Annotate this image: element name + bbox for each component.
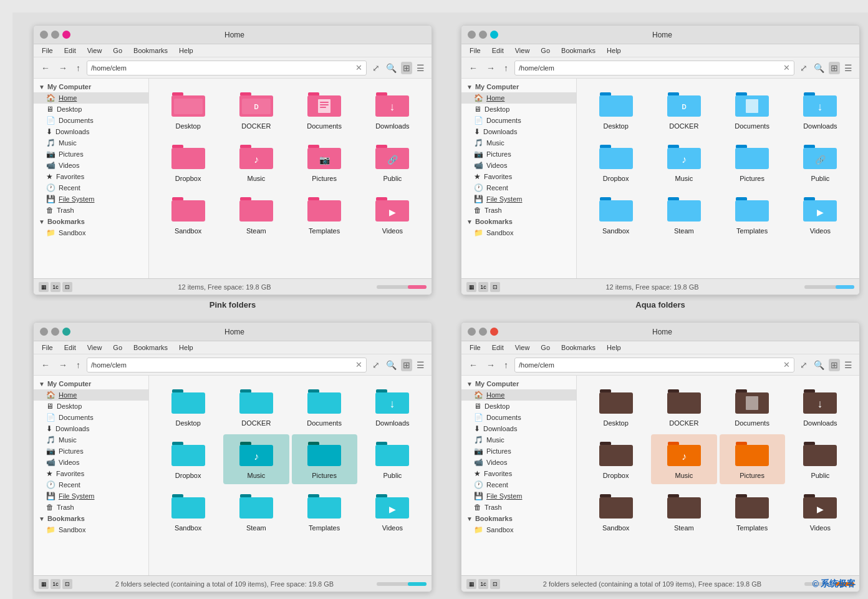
list-view-pink[interactable]: ☰ [415, 62, 427, 74]
search-button-cyan[interactable]: 🔍 [384, 359, 398, 371]
folder-steam-pink[interactable]: Steam [223, 190, 289, 240]
sidebar-item-home-aqua[interactable]: 🏠 Home [461, 92, 576, 104]
sidebar-item-favorites-pink[interactable]: ★ Favorites [34, 171, 148, 182]
scrollbar-aqua[interactable] [804, 285, 854, 289]
address-clear-yaru[interactable]: ✕ [783, 360, 790, 369]
grid-view-cyan[interactable]: ⊞ [401, 359, 412, 371]
folder-steam-cyan[interactable]: Steam [223, 487, 289, 537]
sidebar-item-recent-yaru[interactable]: 🕐Recent [461, 479, 576, 490]
list-view-yaru[interactable]: ☰ [842, 359, 854, 371]
status-btn1-cyan[interactable]: ▦ [39, 579, 49, 589]
folder-music-cyan[interactable]: ♪ Music [223, 434, 289, 484]
sidebar-item-downloads-yaru[interactable]: ⬇Downloads [461, 423, 576, 434]
folder-downloads-aqua[interactable]: ↓ Downloads [788, 85, 853, 135]
sidebar-item-pictures-yaru[interactable]: 📷Pictures [461, 446, 576, 457]
folder-sandbox-yaru[interactable]: Sandbox [583, 487, 649, 537]
folder-desktop-cyan[interactable]: Desktop [155, 382, 221, 432]
menu-help-pink[interactable]: Help [177, 46, 195, 55]
status-btn3-cyan[interactable]: ⊡ [62, 579, 72, 589]
folder-templates-pink[interactable]: Templates [292, 190, 357, 240]
maximize-button-aqua[interactable] [479, 31, 487, 39]
sidebar-item-sandbox-cyan[interactable]: 📁Sandbox [34, 524, 148, 535]
menu-view-cyan[interactable]: View [85, 343, 104, 352]
sidebar-section-bookmarks-aqua[interactable]: ▼ Bookmarks [461, 216, 576, 227]
forward-button-pink[interactable]: → [56, 62, 70, 74]
toggle-view-yaru[interactable]: ⤢ [798, 359, 809, 371]
menu-file-yaru[interactable]: File [468, 343, 483, 352]
sidebar-item-desktop-yaru[interactable]: 🖥Desktop [461, 401, 576, 412]
sidebar-item-videos-aqua[interactable]: 📹Videos [461, 160, 576, 171]
sidebar-item-recent-cyan[interactable]: 🕐Recent [34, 479, 148, 490]
folder-templates-yaru[interactable]: Templates [720, 487, 785, 537]
folder-videos-yaru[interactable]: ▶ Videos [788, 487, 853, 537]
sidebar-item-videos-pink[interactable]: 📹 Videos [34, 160, 148, 171]
scrollbar-cyan[interactable] [377, 582, 427, 586]
folder-videos-aqua[interactable]: ▶ Videos [788, 190, 853, 240]
folder-docker-cyan[interactable]: DOCKER [223, 382, 289, 432]
folder-docker-pink[interactable]: D DOCKER [223, 85, 289, 135]
grid-view-pink[interactable]: ⊞ [401, 62, 412, 74]
sidebar-section-mycomputer-yaru[interactable]: ▼ My Computer [461, 378, 576, 389]
folder-templates-cyan[interactable]: Templates [292, 487, 357, 537]
sidebar-item-pictures-pink[interactable]: 📷 Pictures [34, 149, 148, 160]
back-button-cyan[interactable]: ← [39, 359, 52, 371]
menu-go-cyan[interactable]: Go [111, 343, 124, 352]
folder-dropbox-cyan[interactable]: Dropbox [155, 434, 221, 484]
sidebar-item-trash-pink[interactable]: 🗑 Trash [34, 205, 148, 216]
folder-dropbox-yaru[interactable]: Dropbox [583, 434, 649, 484]
grid-view-yaru[interactable]: ⊞ [829, 359, 840, 371]
menu-view-pink[interactable]: View [85, 46, 104, 55]
sidebar-item-trash-yaru[interactable]: 🗑Trash [461, 502, 576, 513]
sidebar-item-music-yaru[interactable]: 🎵Music [461, 434, 576, 446]
close-button-pink[interactable] [62, 31, 70, 39]
sidebar-item-sandbox-yaru[interactable]: 📁Sandbox [461, 524, 576, 535]
menu-bookmarks-cyan[interactable]: Bookmarks [132, 343, 170, 352]
menu-help-cyan[interactable]: Help [177, 343, 195, 352]
maximize-button-pink[interactable] [51, 31, 59, 39]
folder-documents-cyan[interactable]: Documents [292, 382, 357, 432]
sidebar-item-desktop-pink[interactable]: 🖥 Desktop [34, 104, 148, 115]
menu-bookmarks-pink[interactable]: Bookmarks [132, 46, 170, 55]
up-button-cyan[interactable]: ↑ [74, 359, 83, 371]
minimize-button-yaru[interactable] [468, 328, 476, 336]
sidebar-item-favorites-aqua[interactable]: ★Favorites [461, 171, 576, 182]
menu-go-yaru[interactable]: Go [539, 343, 552, 352]
sidebar-section-mycomputer-cyan[interactable]: ▼ My Computer [34, 378, 148, 389]
sidebar-item-favorites-cyan[interactable]: ★Favorites [34, 468, 148, 479]
folder-dropbox-aqua[interactable]: Dropbox [583, 137, 649, 187]
folder-videos-cyan[interactable]: ▶ Videos [360, 487, 425, 537]
folder-pictures-yaru[interactable]: Pictures [720, 434, 785, 484]
folder-sandbox-aqua[interactable]: Sandbox [583, 190, 649, 240]
folder-public-pink[interactable]: 🔗 Public [360, 137, 425, 187]
sidebar-item-documents-pink[interactable]: 📄 Documents [34, 115, 148, 126]
sidebar-item-home-pink[interactable]: 🏠 Home [34, 92, 148, 104]
toggle-view-aqua[interactable]: ⤢ [798, 62, 809, 74]
folder-documents-pink[interactable]: Documents [292, 85, 357, 135]
sidebar-section-bookmarks-yaru[interactable]: ▼ Bookmarks [461, 513, 576, 524]
sidebar-item-music-cyan[interactable]: 🎵Music [34, 434, 148, 446]
sidebar-item-sandbox-pink[interactable]: 📁 Sandbox [34, 227, 148, 238]
menu-help-aqua[interactable]: Help [605, 46, 623, 55]
search-button-yaru[interactable]: 🔍 [812, 359, 826, 371]
grid-view-aqua[interactable]: ⊞ [829, 62, 840, 74]
folder-desktop-aqua[interactable]: Desktop [583, 85, 649, 135]
folder-documents-yaru[interactable]: Documents [720, 382, 785, 432]
folder-music-yaru[interactable]: ♪ Music [651, 434, 716, 484]
folder-steam-aqua[interactable]: Steam [651, 190, 716, 240]
back-button-yaru[interactable]: ← [466, 359, 480, 371]
sidebar-item-home-cyan[interactable]: 🏠Home [34, 389, 148, 401]
sidebar-item-pictures-aqua[interactable]: 📷Pictures [461, 149, 576, 160]
folder-pictures-pink[interactable]: 📷 Pictures [292, 137, 357, 187]
menu-edit-yaru[interactable]: Edit [490, 343, 506, 352]
sidebar-item-favorites-yaru[interactable]: ★Favorites [461, 468, 576, 479]
sidebar-item-filesystem-yaru[interactable]: 💾File System [461, 490, 576, 502]
sidebar-item-downloads-cyan[interactable]: ⬇Downloads [34, 423, 148, 434]
minimize-button-aqua[interactable] [468, 31, 476, 39]
menu-edit-aqua[interactable]: Edit [490, 46, 506, 55]
address-bar-cyan[interactable]: /home/clem ✕ [87, 358, 367, 373]
sidebar-item-trash-aqua[interactable]: 🗑Trash [461, 205, 576, 216]
sidebar-item-home-yaru[interactable]: 🏠Home [461, 389, 576, 401]
status-btn3-aqua[interactable]: ⊡ [490, 282, 500, 292]
folder-desktop-pink[interactable]: Desktop [155, 85, 221, 135]
close-button-cyan[interactable] [62, 328, 70, 336]
